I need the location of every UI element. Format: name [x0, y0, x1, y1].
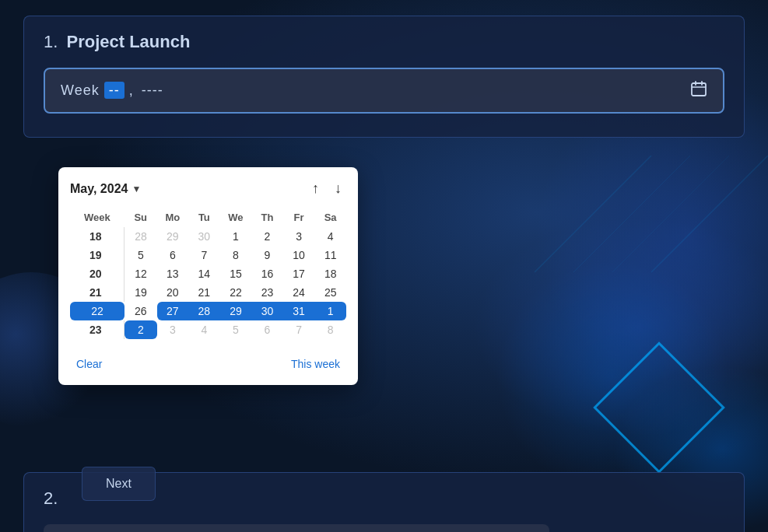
calendar-day[interactable]: 16 — [251, 264, 283, 283]
week-number[interactable]: 21 — [70, 283, 124, 302]
nav-down-button[interactable]: ↓ — [330, 179, 346, 198]
calendar-popup: May, 2024 ▼ ↑ ↓ Week Su Mo Tu We Th Fr S… — [58, 167, 358, 385]
svg-rect-4 — [692, 83, 706, 96]
calendar-day[interactable]: 20 — [157, 283, 189, 302]
calendar-day[interactable]: 13 — [157, 264, 189, 283]
calendar-day-range-start[interactable]: 27 — [157, 302, 189, 320]
week-number[interactable]: 20 — [70, 264, 124, 283]
calendar-footer: Clear This week — [70, 348, 346, 373]
calendar-day[interactable]: 29 — [157, 227, 189, 246]
col-tu: Tu — [188, 208, 220, 227]
table-row: 20 12 13 14 15 16 17 18 — [70, 264, 346, 283]
calendar-day[interactable]: 24 — [283, 283, 315, 302]
calendar-day[interactable]: 6 — [251, 320, 283, 339]
calendar-day[interactable]: 3 — [157, 320, 189, 339]
calendar-day[interactable]: 4 — [188, 320, 220, 339]
week-number[interactable]: 23 — [70, 320, 124, 339]
calendar-day[interactable]: 22 — [220, 283, 252, 302]
col-we: We — [220, 208, 252, 227]
calendar-day[interactable]: 6 — [157, 246, 189, 264]
col-th: Th — [251, 208, 283, 227]
table-row: 21 19 20 21 22 23 24 25 — [70, 283, 346, 302]
calendar-nav: ↑ ↓ — [307, 179, 346, 198]
clear-button[interactable]: Clear — [70, 355, 108, 373]
calendar-day-in-range[interactable]: 31 — [283, 302, 315, 320]
col-week: Week — [70, 208, 124, 227]
calendar-day[interactable]: 19 — [124, 283, 157, 302]
date-input[interactable]: Week -- , ---- — [44, 68, 724, 114]
calendar-day[interactable]: 8 — [314, 320, 346, 339]
col-mo: Mo — [157, 208, 189, 227]
next-button[interactable]: Next — [82, 467, 156, 501]
col-su: Su — [124, 208, 157, 227]
calendar-day[interactable]: 5 — [220, 320, 252, 339]
week-number[interactable]: 18 — [70, 227, 124, 246]
calendar-day[interactable]: 9 — [251, 246, 283, 264]
calendar-day[interactable]: 7 — [188, 246, 220, 264]
this-week-button[interactable]: This week — [285, 355, 346, 373]
calendar-day-in-range[interactable]: 30 — [251, 302, 283, 320]
calendar-day[interactable]: 26 — [124, 302, 157, 320]
calendar-grid: Week Su Mo Tu We Th Fr Sa 18 28 29 30 1 — [70, 208, 346, 339]
calendar-day[interactable]: 14 — [188, 264, 220, 283]
calendar-day[interactable]: 10 — [283, 246, 315, 264]
calendar-day[interactable]: 25 — [314, 283, 346, 302]
calendar-day[interactable]: 17 — [283, 264, 315, 283]
calendar-day[interactable]: 21 — [188, 283, 220, 302]
calendar-day[interactable]: 7 — [283, 320, 315, 339]
calendar-header: May, 2024 ▼ ↑ ↓ — [70, 179, 346, 198]
week-num-highlight: -- — [104, 82, 124, 99]
table-row: 18 28 29 30 1 2 3 4 — [70, 227, 346, 246]
calendar-day[interactable]: 3 — [283, 227, 315, 246]
calendar-day[interactable]: 5 — [124, 246, 157, 264]
col-sa: Sa — [314, 208, 346, 227]
calendar-day[interactable]: 1 — [220, 227, 252, 246]
week-number-selected[interactable]: 22 — [70, 302, 124, 320]
calendar-day-in-range[interactable]: 29 — [220, 302, 252, 320]
calendar-day-in-range[interactable]: 28 — [188, 302, 220, 320]
section-1: 1. Project Launch Week -- , ---- — [23, 16, 745, 138]
calendar-day[interactable]: 11 — [314, 246, 346, 264]
calendar-icon[interactable] — [690, 80, 707, 101]
week-number[interactable]: 19 — [70, 246, 124, 264]
calendar-day[interactable]: 8 — [220, 246, 252, 264]
step-2-number: 2. — [44, 488, 58, 508]
month-label[interactable]: May, 2024 ▼ — [70, 182, 141, 196]
calendar-day[interactable]: 28 — [124, 227, 157, 246]
step-2-input — [44, 524, 549, 532]
step-1-title: 1. Project Launch — [44, 32, 724, 52]
col-fr: Fr — [283, 208, 315, 227]
calendar-day[interactable]: 30 — [188, 227, 220, 246]
step-1-number: 1. — [44, 32, 58, 51]
table-row: 22 26 27 28 29 30 31 1 — [70, 302, 346, 320]
table-row: 19 5 6 7 8 9 10 11 — [70, 246, 346, 264]
nav-up-button[interactable]: ↑ — [307, 179, 324, 198]
calendar-day[interactable]: 15 — [220, 264, 252, 283]
table-row: 23 2 3 4 5 6 7 8 — [70, 320, 346, 339]
calendar-day-range-end[interactable]: 1 — [314, 302, 346, 320]
next-area: Next — [82, 467, 156, 501]
calendar-day[interactable]: 18 — [314, 264, 346, 283]
calendar-header-row: Week Su Mo Tu We Th Fr Sa — [70, 208, 346, 227]
calendar-day[interactable]: 23 — [251, 283, 283, 302]
calendar-day[interactable]: 12 — [124, 264, 157, 283]
calendar-day[interactable]: 4 — [314, 227, 346, 246]
calendar-day-selected[interactable]: 2 — [124, 320, 157, 339]
month-chevron: ▼ — [132, 184, 141, 194]
date-input-text: Week -- , ---- — [61, 82, 163, 99]
calendar-day[interactable]: 2 — [251, 227, 283, 246]
